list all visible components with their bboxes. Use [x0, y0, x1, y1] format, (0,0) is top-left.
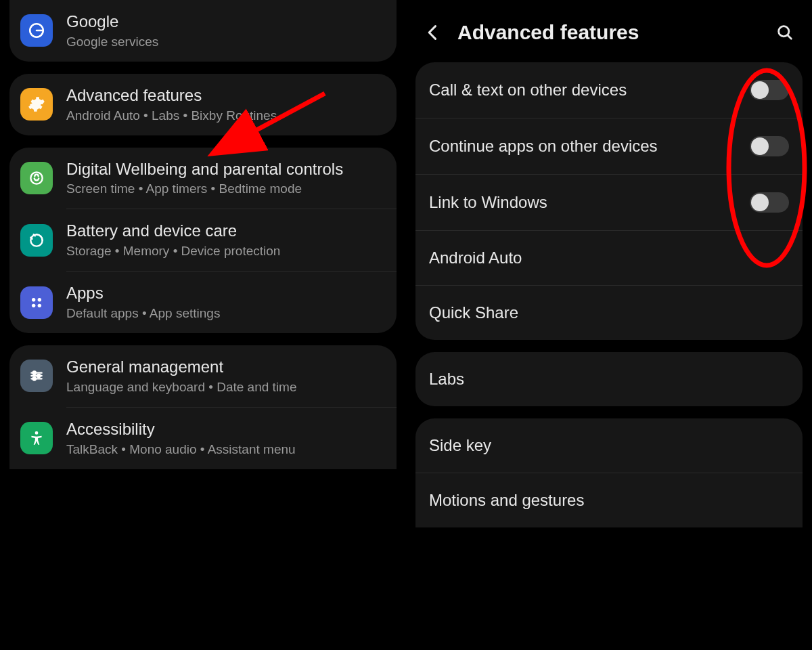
row-side-key[interactable]: Side key	[415, 418, 803, 473]
row-label: Link to Windows	[429, 193, 750, 212]
back-button[interactable]	[421, 20, 445, 45]
accessibility-icon	[20, 422, 53, 454]
row-label: Labs	[429, 370, 789, 389]
svg-point-9	[33, 378, 36, 381]
row-sub: Android Auto • Labs • Bixby Routines	[66, 108, 386, 123]
row-label: Call & text on other devices	[429, 81, 750, 100]
advanced-group-2: Labs	[415, 352, 803, 406]
row-motions-gestures[interactable]: Motions and gestures	[415, 473, 803, 527]
svg-line-13	[788, 35, 792, 39]
settings-row-apps[interactable]: Apps Default apps • App settings	[9, 272, 397, 333]
row-sub: TalkBack • Mono audio • Assistant menu	[66, 442, 386, 457]
row-title: General management	[66, 358, 386, 377]
row-label: Quick Share	[429, 303, 789, 322]
settings-row-advanced-features[interactable]: Advanced features Android Auto • Labs • …	[9, 74, 397, 135]
toggle-link-windows[interactable]	[750, 192, 789, 213]
settings-row-google[interactable]: Google Google services	[9, 0, 397, 62]
row-sub: Default apps • App settings	[66, 306, 386, 321]
settings-row-wellbeing[interactable]: Digital Wellbeing and parental controls …	[9, 148, 397, 209]
row-label: Continue apps on other devices	[429, 137, 750, 156]
svg-point-8	[37, 374, 40, 377]
advanced-gear-icon	[20, 88, 53, 121]
settings-list-pane: Google Google services Advanced features…	[0, 0, 406, 650]
wellbeing-icon	[20, 162, 53, 194]
general-mgmt-icon	[20, 360, 53, 392]
settings-card-device: Digital Wellbeing and parental controls …	[9, 148, 397, 333]
row-labs[interactable]: Labs	[415, 352, 803, 406]
row-call-text-other-devices[interactable]: Call & text on other devices	[415, 62, 803, 118]
settings-row-battery[interactable]: Battery and device care Storage • Memory…	[9, 209, 397, 271]
svg-point-7	[33, 372, 36, 374]
advanced-group-3: Side key Motions and gestures	[415, 418, 803, 527]
row-sub: Language and keyboard • Date and time	[66, 380, 386, 395]
row-title: Advanced features	[66, 86, 386, 106]
settings-card-general: General management Language and keyboard…	[9, 345, 397, 469]
settings-row-accessibility[interactable]: Accessibility TalkBack • Mono audio • As…	[9, 408, 397, 469]
row-title: Digital Wellbeing and parental controls	[66, 160, 386, 179]
toggle-continue-apps[interactable]	[750, 136, 789, 156]
row-continue-apps-other-devices[interactable]: Continue apps on other devices	[415, 118, 803, 174]
settings-card-google: Google Google services	[9, 0, 397, 62]
page-header: Advanced features	[406, 0, 812, 62]
advanced-features-pane: Advanced features Call & text on other d…	[406, 0, 812, 650]
svg-point-10	[35, 431, 39, 435]
row-sub: Google services	[66, 35, 386, 49]
row-label: Motions and gestures	[429, 491, 789, 510]
svg-point-4	[38, 298, 41, 301]
advanced-group-1: Call & text on other devices Continue ap…	[415, 62, 803, 340]
settings-card-advanced: Advanced features Android Auto • Labs • …	[9, 74, 397, 135]
battery-care-icon	[20, 224, 53, 257]
svg-point-3	[32, 298, 35, 301]
row-sub: Storage • Memory • Device protection	[66, 244, 386, 259]
svg-point-6	[38, 303, 41, 307]
row-sub: Screen time • App timers • Bedtime mode	[66, 181, 386, 196]
row-title: Accessibility	[66, 420, 386, 439]
row-label: Android Auto	[429, 248, 789, 267]
apps-icon	[20, 286, 53, 319]
google-icon	[20, 14, 53, 47]
row-link-to-windows[interactable]: Link to Windows	[415, 174, 803, 230]
row-title: Google	[66, 12, 386, 32]
svg-point-5	[32, 303, 35, 307]
toggle-call-text[interactable]	[750, 80, 789, 100]
row-android-auto[interactable]: Android Auto	[415, 230, 803, 285]
row-title: Battery and device care	[66, 221, 386, 241]
search-button[interactable]	[773, 20, 797, 45]
row-quick-share[interactable]: Quick Share	[415, 285, 803, 340]
row-label: Side key	[429, 436, 789, 455]
page-title: Advanced features	[457, 21, 773, 44]
row-title: Apps	[66, 284, 386, 303]
settings-row-general-mgmt[interactable]: General management Language and keyboard…	[9, 345, 397, 407]
